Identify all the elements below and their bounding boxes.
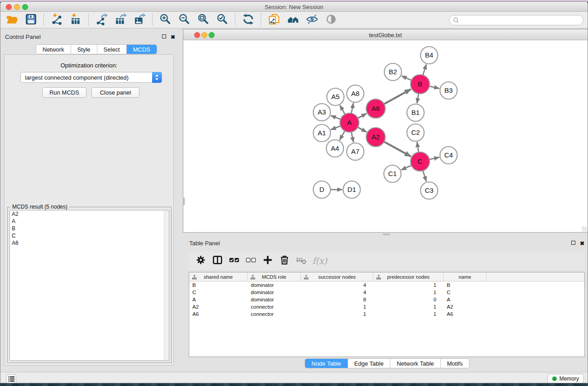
home-view-button[interactable] (284, 13, 301, 27)
graph-node-A2[interactable]: A2 (366, 128, 385, 147)
table-cell[interactable]: 1 (373, 310, 444, 318)
graph-edge-A-A5[interactable] (340, 105, 345, 115)
graph-node-A6[interactable]: A6 (366, 99, 385, 118)
export-table-button[interactable] (112, 13, 129, 27)
graph-node-A5[interactable]: A5 (327, 88, 344, 105)
settings-button[interactable] (192, 253, 209, 268)
zoom-in-button[interactable] (157, 13, 174, 27)
graph-edge-A-A6[interactable] (357, 114, 367, 119)
graph-node-A4[interactable]: A4 (326, 140, 344, 157)
table-cell[interactable]: connector (248, 310, 301, 318)
graph-edge-C-C2[interactable] (417, 142, 419, 153)
save-session-button[interactable] (22, 13, 39, 27)
table-row[interactable]: Cdominator41C (189, 289, 584, 296)
graph-node-B[interactable]: B (411, 75, 430, 94)
column-header-successor-nodes[interactable]: successor nodes (301, 272, 373, 281)
table-cell[interactable]: B (189, 281, 248, 289)
table-row[interactable]: Adominator80A (189, 296, 584, 303)
graph-edge-A2-C[interactable] (383, 141, 411, 157)
zoom-selected-button[interactable] (214, 13, 231, 27)
table-row[interactable]: Bdominator41B (189, 281, 584, 289)
tab-edge-table[interactable]: Edge Table (348, 359, 391, 368)
graph-edge-A6-B[interactable] (383, 89, 411, 105)
table-row[interactable]: A2connector11A2 (189, 303, 584, 310)
table-cell[interactable]: 1 (373, 289, 444, 296)
import-network-button[interactable] (48, 13, 65, 27)
open-file-button[interactable] (3, 13, 20, 27)
select-all-button[interactable] (226, 253, 243, 268)
optimization-criterion-select[interactable]: largest connected component (directed) (20, 72, 162, 83)
graph-node-A7[interactable]: A7 (347, 143, 364, 160)
tab-style[interactable]: Style (71, 45, 97, 54)
network-canvas[interactable]: AA1A2A3A4A5A6A7A8BB1B2B3B4CC1C2C3C4DD1 (183, 41, 588, 232)
graph-node-B4[interactable]: B4 (421, 47, 438, 64)
table-cell[interactable]: A (189, 296, 248, 303)
graph-node-A8[interactable]: A8 (347, 85, 364, 102)
graph-edge-A-A7[interactable] (351, 131, 354, 143)
close-panel-button[interactable]: Close panel (91, 87, 139, 98)
graph-node-D1[interactable]: D1 (343, 181, 360, 198)
table-row[interactable]: A6connector11A6 (189, 310, 584, 318)
graph-edge-C-C1[interactable] (401, 165, 412, 170)
graph-node-A3[interactable]: A3 (313, 104, 330, 121)
export-network-button[interactable] (93, 13, 110, 27)
graph-edge-B-B2[interactable] (402, 76, 412, 81)
export-image-button[interactable] (131, 13, 148, 27)
table-cell[interactable]: 1 (373, 281, 444, 289)
table-cell[interactable]: A2 (189, 303, 248, 310)
graph-node-A[interactable]: A (340, 113, 359, 132)
column-header-name[interactable]: name (444, 272, 487, 281)
show-details-button[interactable] (322, 13, 339, 27)
table-cell[interactable]: A6 (444, 310, 487, 318)
network-resize-grip[interactable] (582, 227, 587, 232)
table-cell[interactable]: C (444, 289, 487, 296)
table-cell[interactable]: B (444, 281, 487, 289)
table-float-panel-icon[interactable] (571, 241, 575, 245)
search-input[interactable] (459, 16, 583, 24)
graph-node-B3[interactable]: B3 (440, 82, 457, 99)
function-builder-button[interactable]: f(x) (312, 256, 327, 266)
table-cell[interactable]: dominator (248, 281, 301, 289)
clone-network-button[interactable] (265, 13, 282, 27)
graph-edge-A-A8[interactable] (351, 103, 354, 114)
result-list-item[interactable]: A2 (10, 210, 169, 218)
table-cell[interactable]: dominator (248, 296, 301, 303)
column-header-MCDS-role[interactable]: MCDS role (248, 272, 301, 281)
graph-node-B2[interactable]: B2 (384, 63, 402, 81)
import-table-button[interactable] (67, 13, 84, 27)
table-cell[interactable]: 0 (373, 296, 444, 303)
network-vertical-scrollthumb[interactable] (183, 198, 185, 205)
task-history-button[interactable] (6, 374, 16, 383)
table-cell[interactable]: 1 (373, 303, 444, 310)
graph-node-C3[interactable]: C3 (421, 182, 438, 199)
zoom-fit-button[interactable] (195, 13, 212, 27)
node-table[interactable]: shared nameMCDS rolesuccessor nodesprede… (189, 272, 585, 357)
graph-edge-C-C4[interactable] (429, 157, 440, 160)
network-horizontal-scrollthumb[interactable] (383, 234, 390, 235)
graph-node-B1[interactable]: B1 (407, 104, 424, 121)
tab-network[interactable]: Network (36, 45, 71, 54)
tab-mcds[interactable]: MCDS (127, 45, 157, 54)
result-list-item[interactable]: A (10, 218, 169, 225)
table-close-panel-icon[interactable]: ✖ (580, 241, 584, 246)
table-cell[interactable]: 4 (301, 289, 373, 296)
graph-edge-A-A3[interactable] (331, 115, 342, 119)
zoom-out-button[interactable] (176, 13, 193, 27)
split-view-button[interactable] (209, 253, 226, 268)
tab-node-table[interactable]: Node Table (305, 359, 348, 368)
tab-network-table[interactable]: Network Table (390, 359, 440, 368)
graph-node-C2[interactable]: C2 (407, 124, 424, 141)
graph-node-C1[interactable]: C1 (384, 165, 401, 182)
graph-edge-C-C3[interactable] (423, 170, 426, 181)
table-cell[interactable]: 1 (301, 310, 373, 318)
tab-motifs[interactable]: Motifs (441, 359, 469, 368)
graph-edge-A-A1[interactable] (331, 126, 342, 130)
search-box[interactable] (449, 15, 583, 25)
result-list-item[interactable]: A6 (10, 239, 169, 247)
run-mcds-button[interactable]: Run MCDS (42, 87, 86, 98)
graph-edge-A-A4[interactable] (339, 130, 345, 140)
result-list-item[interactable]: B (10, 225, 169, 232)
mcds-result-list[interactable]: A2ABCA6 (10, 210, 169, 361)
delete-table-button[interactable] (293, 253, 310, 268)
graph-node-C[interactable]: C (411, 152, 430, 171)
